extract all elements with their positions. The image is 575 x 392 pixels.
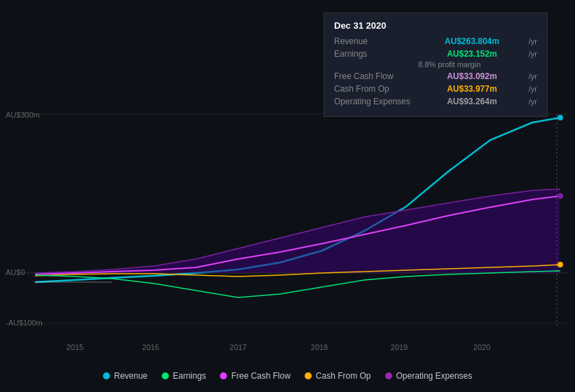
y-axis-mid: AU$0 — [6, 268, 25, 276]
legend-item-earnings[interactable]: Earnings — [162, 371, 206, 381]
svg-point-9 — [557, 262, 563, 267]
svg-point-7 — [557, 115, 563, 120]
chart-container: AU$300m AU$0 -AU$100m 2015 2016 2017 201… — [0, 0, 575, 392]
tooltip-row-opex: Operating Expenses AU$93.264m /yr — [334, 97, 537, 106]
legend-label-revenue: Revenue — [114, 371, 148, 381]
tooltip-unit-cashop: /yr — [529, 85, 537, 93]
x-label-2018: 2018 — [311, 343, 328, 351]
legend-item-cashop[interactable]: Cash From Op — [305, 371, 371, 381]
y-axis-top: AU$300m — [6, 111, 40, 119]
y-axis-bot: -AU$100m — [6, 318, 43, 327]
x-label-2017: 2017 — [230, 343, 247, 351]
legend-dot-fcf — [220, 372, 227, 379]
data-tooltip: Dec 31 2020 Revenue AU$263.804m /yr Earn… — [324, 13, 548, 117]
tooltip-row-cashop: Cash From Op AU$33.977m /yr — [334, 84, 537, 94]
tooltip-unit-fcf: /yr — [529, 72, 537, 80]
tooltip-value-opex: AU$93.264m — [447, 97, 497, 106]
tooltip-row-revenue: Revenue AU$263.804m /yr — [334, 36, 537, 46]
tooltip-sub-earnings: 8.8% profit margin — [418, 60, 537, 69]
legend-item-opex[interactable]: Operating Expenses — [385, 371, 473, 381]
legend-dot-revenue — [103, 372, 110, 379]
legend-label-fcf: Free Cash Flow — [231, 371, 291, 381]
tooltip-row-earnings: Earnings AU$23.152m /yr — [334, 49, 537, 59]
tooltip-unit-revenue: /yr — [529, 37, 537, 46]
tooltip-label-revenue: Revenue — [334, 36, 418, 46]
tooltip-value-fcf: AU$33.092m — [447, 71, 497, 81]
svg-point-8 — [557, 193, 563, 199]
tooltip-label-opex: Operating Expenses — [334, 97, 418, 106]
tooltip-value-cashop: AU$33.977m — [447, 84, 497, 94]
tooltip-label-fcf: Free Cash Flow — [334, 71, 418, 81]
legend-label-cashop: Cash From Op — [316, 371, 371, 381]
x-label-2016: 2016 — [142, 343, 159, 351]
tooltip-label-earnings: Earnings — [334, 49, 418, 59]
legend-dot-cashop — [305, 372, 312, 379]
legend-dot-opex — [385, 372, 392, 379]
x-label-2020: 2020 — [473, 343, 490, 351]
tooltip-unit-opex: /yr — [529, 97, 537, 106]
legend-item-fcf[interactable]: Free Cash Flow — [220, 371, 291, 381]
chart-legend: Revenue Earnings Free Cash Flow Cash Fro… — [0, 371, 575, 381]
legend-item-revenue[interactable]: Revenue — [103, 371, 148, 381]
legend-label-opex: Operating Expenses — [396, 371, 473, 381]
tooltip-unit-earnings: /yr — [529, 50, 537, 58]
x-label-2019: 2019 — [391, 343, 408, 351]
x-label-2015: 2015 — [67, 343, 83, 351]
legend-dot-earnings — [162, 372, 169, 379]
legend-label-earnings: Earnings — [173, 371, 206, 381]
tooltip-label-cashop: Cash From Op — [334, 84, 418, 94]
tooltip-title: Dec 31 2020 — [334, 20, 537, 31]
tooltip-row-fcf: Free Cash Flow AU$33.092m /yr — [334, 71, 537, 81]
tooltip-value-earnings: AU$23.152m — [447, 49, 497, 59]
tooltip-value-revenue: AU$263.804m — [445, 36, 499, 46]
